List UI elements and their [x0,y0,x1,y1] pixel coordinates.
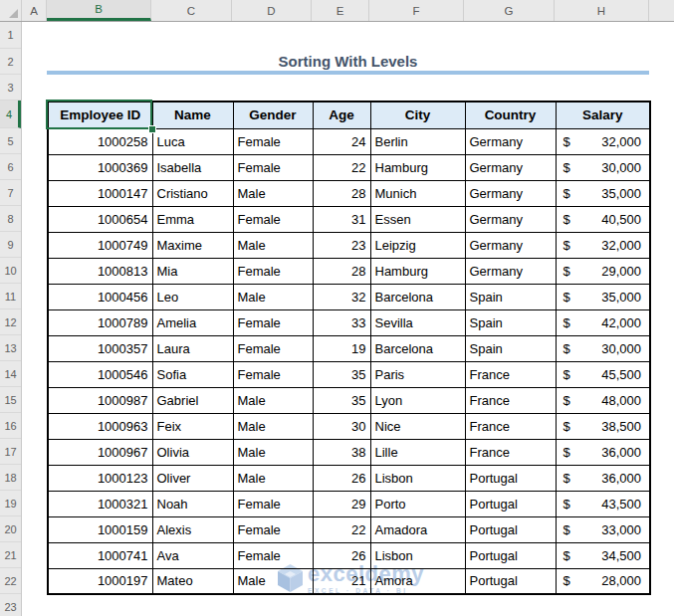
cell-age[interactable]: 22 [313,516,370,542]
cell-salary[interactable]: $ 35,000 [556,284,650,309]
cell-employee-id[interactable]: 1000789 [48,309,152,335]
row-header-23[interactable]: 23 [0,594,21,616]
cell-city[interactable]: Berlin [370,128,465,154]
cell-country[interactable]: Portugal [465,542,556,568]
cell-salary[interactable]: $ 42,000 [556,309,650,335]
cell-age[interactable]: 28 [313,258,370,284]
cell-gender[interactable]: Female [233,516,313,542]
column-header-d[interactable]: D [232,0,312,21]
cell-salary[interactable]: $ 36,000 [556,465,650,491]
row-header-17[interactable]: 17 [0,439,21,465]
cell-employee-id[interactable]: 1000741 [48,542,152,568]
row-header-16[interactable]: 16 [0,413,21,439]
cell-age[interactable]: 22 [313,154,370,180]
row-header-8[interactable]: 8 [0,206,21,232]
cell-country[interactable]: Germany [465,258,556,284]
cell-name[interactable]: Ava [152,542,233,568]
cell-gender[interactable]: Female [233,206,313,232]
column-header-f[interactable]: F [369,0,464,21]
cell-age[interactable]: 19 [313,335,370,361]
cell-country[interactable]: Germany [465,232,556,258]
cell-name[interactable]: Laura [152,335,233,361]
cell-country[interactable]: France [465,413,556,439]
cell-country[interactable]: Germany [465,128,556,154]
cell-employee-id[interactable]: 1000963 [48,413,152,439]
cell-employee-id[interactable]: 1000654 [48,206,152,232]
row-header-21[interactable]: 21 [0,542,21,568]
cell-city[interactable]: Munich [370,180,465,206]
cell-salary[interactable]: $ 34,500 [556,542,650,568]
cell-city[interactable]: Amora [370,568,465,594]
cell-age[interactable]: 26 [313,465,370,491]
cell-name[interactable]: Maxime [152,232,233,258]
cell-city[interactable]: Hamburg [370,154,465,180]
cell-country[interactable]: Portugal [465,568,556,594]
column-header-h[interactable]: H [555,0,649,21]
row-header-15[interactable]: 15 [0,387,21,413]
cell-salary[interactable]: $ 48,000 [556,387,650,413]
cell-age[interactable]: 31 [313,206,370,232]
column-header-c[interactable]: C [151,0,232,21]
cell-gender[interactable]: Male [233,439,313,465]
row-header-4[interactable]: 4 [0,101,21,128]
cell-gender[interactable]: Male [233,413,313,439]
cell-gender[interactable]: Female [233,128,313,154]
row-header-6[interactable]: 6 [0,154,21,180]
cell-salary[interactable]: $ 29,000 [556,258,650,284]
cell-city[interactable]: Essen [370,206,465,232]
cell-city[interactable]: Lisbon [370,465,465,491]
cell-salary[interactable]: $ 45,500 [556,361,650,387]
cell-name[interactable]: Noah [152,491,233,516]
cell-gender[interactable]: Male [233,387,313,413]
cell-city[interactable]: Lyon [370,387,465,413]
cell-salary[interactable]: $ 28,000 [556,568,650,594]
cell-employee-id[interactable]: 1000123 [48,465,152,491]
row-header-10[interactable]: 10 [0,258,21,284]
cell-age[interactable]: 26 [313,542,370,568]
row-header-1[interactable]: 1 [0,22,21,49]
header-gender[interactable]: Gender [233,102,313,128]
cell-salary[interactable]: $ 36,000 [556,439,650,465]
header-salary[interactable]: Salary [556,102,650,128]
cell-gender[interactable]: Female [233,491,313,516]
row-header-5[interactable]: 5 [0,128,21,154]
cell-employee-id[interactable]: 1000546 [48,361,152,387]
cell-country[interactable]: France [465,361,556,387]
cell-name[interactable]: Oliver [152,465,233,491]
cell-age[interactable]: 30 [313,413,370,439]
cell-name[interactable]: Mia [152,258,233,284]
row-header-9[interactable]: 9 [0,232,21,258]
row-header-7[interactable]: 7 [0,180,21,206]
cell-age[interactable]: 35 [313,361,370,387]
cell-employee-id[interactable]: 1000147 [48,180,152,206]
cell-name[interactable]: Luca [152,128,233,154]
cell-employee-id[interactable]: 1000258 [48,128,152,154]
cell-city[interactable]: Barcelona [370,335,465,361]
cell-age[interactable]: 21 [313,568,370,594]
cell-age[interactable]: 32 [313,284,370,309]
cell-gender[interactable]: Female [233,361,313,387]
cell-gender[interactable]: Female [233,258,313,284]
row-header-2[interactable]: 2 [0,49,21,75]
cell-gender[interactable]: Female [233,542,313,568]
cell-salary[interactable]: $ 40,500 [556,206,650,232]
column-header-e[interactable]: E [312,0,369,21]
cell-city[interactable]: Hamburg [370,258,465,284]
cell-salary[interactable]: $ 35,000 [556,180,650,206]
cell-age[interactable]: 24 [313,128,370,154]
cell-employee-id[interactable]: 1000357 [48,335,152,361]
cell-employee-id[interactable]: 1000456 [48,284,152,309]
cell-age[interactable]: 29 [313,491,370,516]
cell-name[interactable]: Sofia [152,361,233,387]
header-age[interactable]: Age [313,102,370,128]
row-header-13[interactable]: 13 [0,335,21,361]
cell-name[interactable]: Mateo [152,568,233,594]
cell-name[interactable]: Leo [152,284,233,309]
cell-salary[interactable]: $ 30,000 [556,154,650,180]
cell-employee-id[interactable]: 1000159 [48,516,152,542]
cell-gender[interactable]: Male [233,180,313,206]
cell-age[interactable]: 23 [313,232,370,258]
cell-age[interactable]: 28 [313,180,370,206]
row-header-19[interactable]: 19 [0,491,21,516]
cell-country[interactable]: Germany [465,154,556,180]
